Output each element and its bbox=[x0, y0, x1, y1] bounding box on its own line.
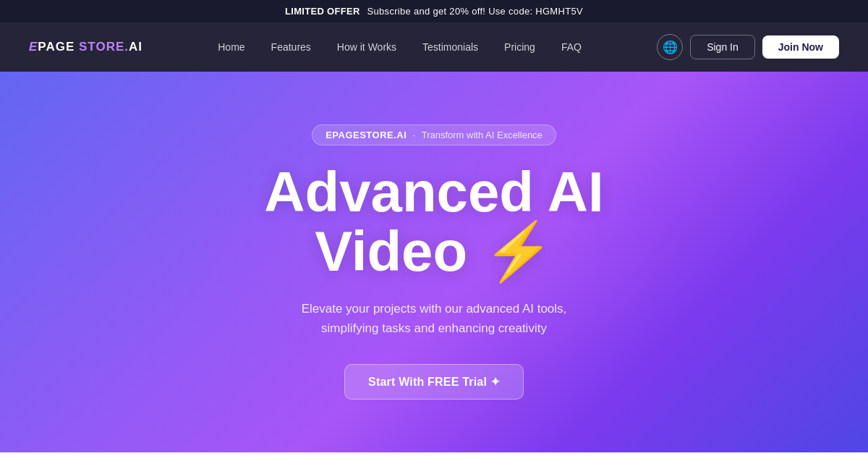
nav-item-faq[interactable]: FAQ bbox=[551, 41, 592, 54]
logo: EPAGE STORE.AI bbox=[29, 40, 142, 54]
nav-link-pricing[interactable]: Pricing bbox=[494, 35, 545, 59]
nav-item-pricing[interactable]: Pricing bbox=[494, 41, 545, 54]
nav-item-home[interactable]: Home bbox=[208, 41, 255, 54]
hero-title-line2: Video ⚡ bbox=[315, 219, 553, 283]
nav-link-faq[interactable]: FAQ bbox=[551, 35, 592, 59]
hero-cta-button[interactable]: Start With FREE Trial ✦ bbox=[344, 364, 524, 400]
nav-link-features[interactable]: Features bbox=[261, 35, 321, 59]
hero-section: EPAGESTORE.AI - Transform with AI Excell… bbox=[0, 72, 868, 452]
nav-link-home[interactable]: Home bbox=[208, 35, 255, 59]
nav-item-features[interactable]: Features bbox=[261, 41, 321, 54]
hero-title-line1: Advanced AI bbox=[264, 160, 604, 224]
hero-title: Advanced AI Video ⚡ bbox=[264, 163, 604, 282]
nav-actions: 🌐 Sign In Join Now bbox=[657, 34, 839, 60]
nav-link-how-it-works[interactable]: How it Works bbox=[327, 35, 407, 59]
hero-subtitle: Elevate your projects with our advanced … bbox=[275, 299, 593, 338]
nav-item-testimonials[interactable]: Testimonials bbox=[412, 41, 488, 54]
hero-badge-brand: EPAGESTORE.AI bbox=[326, 130, 407, 140]
hero-badge: EPAGESTORE.AI - Transform with AI Excell… bbox=[312, 124, 556, 145]
language-button[interactable]: 🌐 bbox=[657, 34, 683, 60]
sign-in-button[interactable]: Sign In bbox=[690, 35, 755, 59]
announcement-text: Subscribe and get 20% off! Use code: HGM… bbox=[367, 6, 583, 17]
hero-badge-separator: - bbox=[412, 130, 415, 140]
announcement-bar: LIMITED OFFER Subscribe and get 20% off!… bbox=[0, 0, 868, 22]
announcement-label: LIMITED OFFER bbox=[285, 6, 360, 17]
nav-link-testimonials[interactable]: Testimonials bbox=[412, 35, 488, 59]
hero-badge-text: Transform with AI Excellence bbox=[422, 130, 542, 140]
nav-item-how-it-works[interactable]: How it Works bbox=[327, 41, 407, 54]
nav-links: Home Features How it Works Testimonials … bbox=[208, 41, 592, 54]
navbar: EPAGE STORE.AI Home Features How it Work… bbox=[0, 22, 868, 72]
join-now-button[interactable]: Join Now bbox=[762, 35, 839, 59]
logo-text: EPAGE STORE.AI bbox=[29, 40, 142, 54]
